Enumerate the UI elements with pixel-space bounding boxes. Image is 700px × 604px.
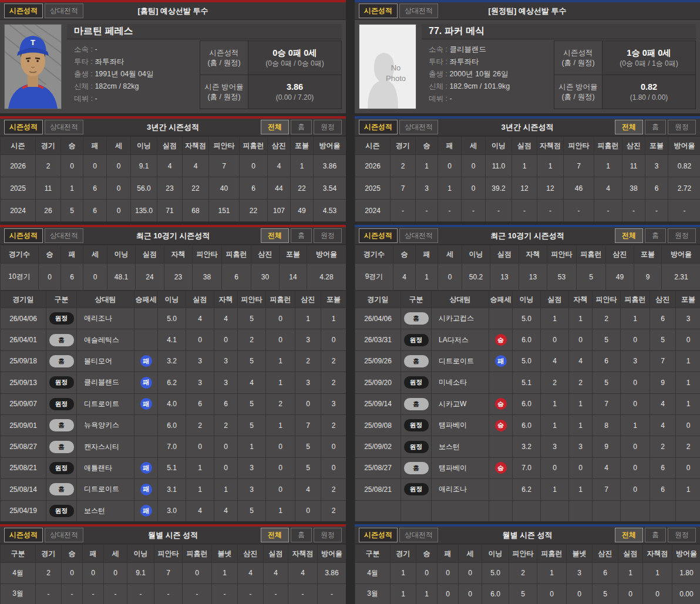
filter-home[interactable]: 홈 [645, 120, 666, 134]
column-header: 포볼 [676, 291, 700, 308]
season-era-main: 3.86 [287, 82, 303, 92]
stat-cell: 4 [288, 563, 318, 584]
tab-head-to-head[interactable]: 상대전적 [45, 228, 83, 243]
column-header: 이닝 [482, 545, 509, 563]
opponent-cell: 애리조나 [432, 479, 489, 500]
player-info-line: 소속 : - [74, 43, 193, 56]
tab-season-stats[interactable]: 시즌성적 [359, 228, 398, 243]
stat-cell: 6 [645, 177, 668, 200]
stat-cell [513, 500, 541, 521]
stat-cell: 0 [104, 563, 127, 584]
filter-away[interactable]: 원정 [668, 228, 696, 243]
filter-home[interactable]: 홈 [291, 528, 312, 542]
table-header-row: 구분경기승패세이닝피안타피홈런볼넷삼진실점자책점방어율 [1, 545, 346, 563]
column-header: 세 [438, 245, 462, 264]
tab-head-to-head[interactable]: 상대전적 [45, 120, 83, 134]
game-row: 25/09/20원정미네소타5.1225091 [355, 372, 700, 393]
game-location-cell: 홈 [401, 457, 432, 478]
filter-home[interactable]: 홈 [291, 120, 312, 134]
monthly-row: 4월10005.02136111.80 [355, 563, 700, 584]
game-row: 26/04/06홈시카고컵스5.0112163 [355, 308, 700, 329]
filter-group: 전체홈원정 [615, 228, 696, 243]
stat-cell: 38 [622, 177, 645, 200]
tab-season-stats[interactable]: 시즌성적 [359, 120, 398, 134]
stat-cell: 3.86 [314, 155, 346, 177]
game-row: 25/09/07원정디트로이트패4.0665203 [1, 393, 346, 414]
filter-all[interactable]: 전체 [615, 120, 643, 134]
game-log-table: 경기일구분상대팀승패세이닝실점자책피안타피홈런삼진포볼26/04/06원정애리조… [0, 291, 346, 521]
column-header: 경기 [391, 545, 416, 563]
filter-away[interactable]: 원정 [314, 528, 342, 542]
column-header: 포볼 [291, 137, 314, 155]
stat-cell: 2 [541, 372, 569, 393]
label-line: 시즌 방어율 [559, 82, 598, 92]
game-result-cell [489, 500, 513, 521]
filter-home[interactable]: 홈 [291, 228, 312, 243]
stat-cell: - [594, 200, 622, 222]
filter-away[interactable]: 원정 [668, 120, 696, 134]
filter-all[interactable]: 전체 [261, 228, 289, 243]
monthly-row: 3월------------ [1, 583, 346, 604]
tab-head-to-head[interactable]: 상대전적 [45, 4, 83, 18]
player-info-line: 데뷔 : - [74, 93, 193, 105]
column-header: 승 [416, 545, 438, 563]
filter-all[interactable]: 전체 [615, 228, 643, 243]
tab-head-to-head[interactable]: 상대전적 [399, 528, 438, 542]
player-detail: 마르틴 페레스소속 : -투타 : 좌투좌타출생 : 1991년 04월 04일… [67, 24, 342, 109]
three-year-row: 202620009.14470413.86 [1, 155, 346, 177]
tab-head-to-head[interactable]: 상대전적 [399, 228, 438, 243]
tab-season-stats[interactable]: 시즌성적 [4, 528, 43, 542]
filter-all[interactable]: 전체 [615, 528, 643, 542]
column-header: 피안타 [593, 291, 621, 308]
table-header-row: 경기일구분상대팀승패세이닝실점자책피안타피홈런삼진포볼 [355, 291, 700, 308]
filter-away[interactable]: 원정 [314, 228, 342, 243]
stat-cell: 4 [541, 350, 569, 372]
stat-cell: 2025 [355, 177, 391, 200]
section-header-recent: 시즌성적상대전적최근 10경기 시즌성적전체홈원정 [355, 227, 700, 245]
tab-season-stats[interactable]: 시즌성적 [359, 4, 398, 18]
column-header: 실점 [264, 545, 288, 563]
stat-cell: 0 [107, 200, 131, 222]
stat-cell: 1 [391, 563, 416, 584]
game-row: 26/04/06원정애리조나5.0445011 [1, 308, 346, 329]
column-header: 승 [62, 545, 83, 563]
game-result-cell: 승 [489, 329, 513, 350]
game-result-cell [489, 479, 513, 500]
filter-home[interactable]: 홈 [645, 228, 666, 243]
stat-cell: 7.0 [158, 436, 186, 457]
tab-head-to-head[interactable]: 상대전적 [399, 120, 438, 134]
stat-cell: 40 [209, 177, 240, 200]
column-header: 피홈런 [537, 545, 567, 563]
filter-all[interactable]: 전체 [261, 120, 289, 134]
tab-head-to-head[interactable]: 상대전적 [45, 528, 83, 542]
label-subline: (홈 / 원정) [561, 92, 594, 102]
filter-away[interactable]: 원정 [314, 120, 342, 134]
tab-group: 시즌성적상대전적 [4, 528, 83, 542]
tab-head-to-head[interactable]: 상대전적 [399, 4, 438, 18]
season-record-row: 시즌성적(홈 / 원정)1승 0패 0세(0승 0패 / 1승 0패) [554, 41, 695, 75]
filter-away[interactable]: 원정 [668, 528, 696, 542]
filter-all[interactable]: 전체 [261, 528, 289, 542]
stat-cell: 5 [238, 393, 266, 414]
season-era-row: 시즌 방어율(홈 / 원정)0.82(1.80 / 0.00) [554, 75, 695, 109]
monthly-table: 구분경기승패세이닝피안타피홈런볼넷삼진실점자책점방어율4월10005.02136… [355, 544, 700, 604]
stat-cell: 0 [541, 329, 569, 350]
stat-cell: 1 [266, 500, 295, 521]
tab-season-stats[interactable]: 시즌성적 [4, 120, 43, 134]
stat-cell: - [318, 583, 346, 604]
home-badge: 홈 [404, 355, 429, 367]
game-date-cell: 25/09/01 [1, 414, 46, 436]
game-location-cell: 홈 [46, 479, 77, 500]
stat-cell: 7 [593, 393, 621, 414]
stat-cell: 3 [186, 350, 214, 372]
column-header: 피홈런 [183, 545, 212, 563]
filter-home[interactable]: 홈 [645, 528, 666, 542]
tab-season-stats[interactable]: 시즌성적 [359, 528, 398, 542]
player-info-line: 소속 : 클리블랜드 [429, 43, 547, 56]
tab-season-stats[interactable]: 시즌성적 [4, 4, 43, 18]
stat-cell: 11 [36, 177, 61, 200]
stat-cell: 1 [541, 479, 569, 500]
stat-cell: 4.28 [307, 264, 346, 291]
stat-cell: 3월 [1, 583, 36, 604]
tab-season-stats[interactable]: 시즌성적 [4, 228, 43, 243]
